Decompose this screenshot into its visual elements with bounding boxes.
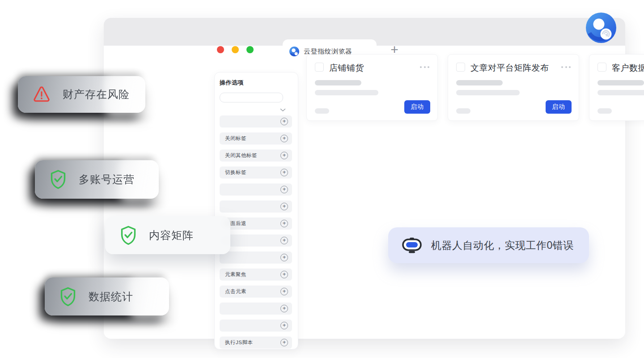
plus-circle-icon[interactable]: + — [280, 220, 288, 227]
content-matrix-badge: 内容矩阵 — [105, 216, 230, 254]
chevron-down-icon — [280, 108, 286, 112]
plus-circle-icon[interactable]: + — [280, 135, 288, 142]
operation-label: 切换标签 — [225, 169, 280, 176]
skeleton-bar — [456, 108, 470, 114]
risk-badge: 财产存在风险 — [18, 76, 145, 113]
operation-row[interactable]: + — [220, 320, 292, 332]
plus-circle-icon[interactable]: + — [280, 305, 288, 312]
skeleton-bar — [597, 80, 644, 85]
skeleton-bar — [456, 80, 503, 85]
start-button[interactable]: 启动 — [546, 100, 572, 114]
card-title: 客户数据统计 — [612, 62, 644, 74]
multi-account-badge: 多账号运营 — [35, 160, 159, 199]
operation-row[interactable]: 执行JS脚本+ — [220, 337, 292, 349]
maximize-window-button[interactable] — [246, 46, 254, 53]
warning-triangle-icon — [32, 86, 51, 103]
card-title: 店铺铺货 — [329, 62, 364, 74]
badge-label: 财产存在风险 — [63, 87, 130, 102]
plus-circle-icon[interactable]: + — [280, 339, 288, 346]
browser-logo-icon — [289, 46, 300, 57]
task-card: 文章对平台矩阵发布 启动 — [448, 54, 579, 121]
plus-circle-icon[interactable]: + — [280, 118, 288, 125]
fingerprint-icon — [601, 29, 612, 40]
skeleton-bar — [315, 80, 361, 85]
card-checkbox[interactable] — [315, 63, 324, 72]
plus-circle-icon[interactable]: + — [280, 169, 288, 176]
badge-label: 数据统计 — [89, 290, 133, 304]
search-input[interactable] — [220, 93, 283, 102]
skeleton-bar — [315, 90, 378, 95]
plus-circle-icon[interactable]: + — [280, 322, 288, 329]
skeleton-bar — [597, 108, 612, 114]
ellipsis-icon[interactable] — [561, 66, 571, 68]
tab-bar: 云登指纹浏览器 + — [104, 18, 625, 46]
plus-circle-icon[interactable]: + — [280, 254, 288, 261]
operation-row[interactable]: 元素聚焦+ — [220, 268, 292, 281]
operation-label: 页面后退 — [225, 220, 280, 227]
operation-row[interactable]: 关闭标签+ — [220, 132, 292, 145]
skeleton-bar — [597, 90, 644, 95]
plus-circle-icon[interactable]: + — [280, 271, 288, 278]
operation-label: 执行JS脚本 — [225, 339, 280, 346]
operation-label: 点击元素 — [225, 288, 280, 295]
operation-row[interactable]: + — [220, 234, 292, 247]
data-stats-badge: 数据统计 — [45, 277, 169, 315]
operation-label: 元素聚焦 — [225, 271, 280, 278]
operation-row[interactable]: + — [220, 183, 292, 196]
operation-label: 关闭标签 — [225, 135, 280, 142]
brand-logo-icon — [585, 12, 617, 44]
operation-row[interactable]: 关闭其他标签+ — [220, 149, 292, 162]
ellipsis-icon[interactable] — [420, 66, 429, 68]
shield-check-icon — [119, 226, 137, 245]
shield-check-icon — [49, 170, 67, 189]
operation-row[interactable]: + — [220, 200, 292, 213]
badge-label: 多账号运营 — [79, 172, 135, 187]
shield-check-icon — [59, 287, 77, 307]
skeleton-bar — [456, 90, 520, 95]
plus-circle-icon[interactable]: + — [280, 186, 288, 193]
plus-circle-icon[interactable]: + — [280, 152, 288, 159]
plus-circle-icon[interactable]: + — [280, 237, 288, 244]
close-window-button[interactable] — [217, 46, 224, 53]
operation-list: + 关闭标签+ 关闭其他标签+ 切换标签+ + + 页面后退+ + + 元素聚焦… — [220, 115, 292, 354]
start-button[interactable]: 启动 — [404, 100, 430, 114]
task-card: 店铺铺货 启动 — [306, 54, 438, 121]
card-checkbox[interactable] — [597, 63, 606, 72]
card-checkbox[interactable] — [456, 63, 465, 72]
operation-row[interactable]: 点击元素+ — [220, 286, 292, 298]
operation-label: 关闭其他标签 — [225, 152, 280, 159]
section-collapse-row[interactable] — [220, 107, 292, 114]
page: 云登指纹浏览器 + 操作选项 + 关闭标签+ 关闭其他标签+ 切换标签+ + +… — [0, 0, 644, 358]
operation-row[interactable]: + — [220, 303, 292, 315]
plus-circle-icon[interactable]: + — [280, 203, 288, 210]
operation-row[interactable]: 切换标签+ — [220, 166, 292, 179]
operation-row[interactable]: + — [220, 115, 292, 128]
badge-label: 内容矩阵 — [149, 228, 194, 243]
task-card: 客户数据统计 启动 — [589, 54, 644, 121]
card-title: 文章对平台矩阵发布 — [470, 62, 549, 74]
robot-icon — [402, 236, 422, 254]
minimize-window-button[interactable] — [232, 46, 239, 53]
operation-row[interactable]: + — [220, 251, 292, 264]
skeleton-bar — [315, 108, 329, 114]
operations-panel: 操作选项 + 关闭标签+ 关闭其他标签+ 切换标签+ + + 页面后退+ + +… — [214, 72, 298, 349]
callout-label: 机器人自动化，实现工作0错误 — [431, 239, 574, 252]
plus-circle-icon[interactable]: + — [280, 288, 288, 295]
panel-title: 操作选项 — [220, 79, 244, 87]
operation-row[interactable]: 页面后退+ — [220, 217, 292, 230]
automation-callout: 机器人自动化，实现工作0错误 — [388, 227, 589, 263]
